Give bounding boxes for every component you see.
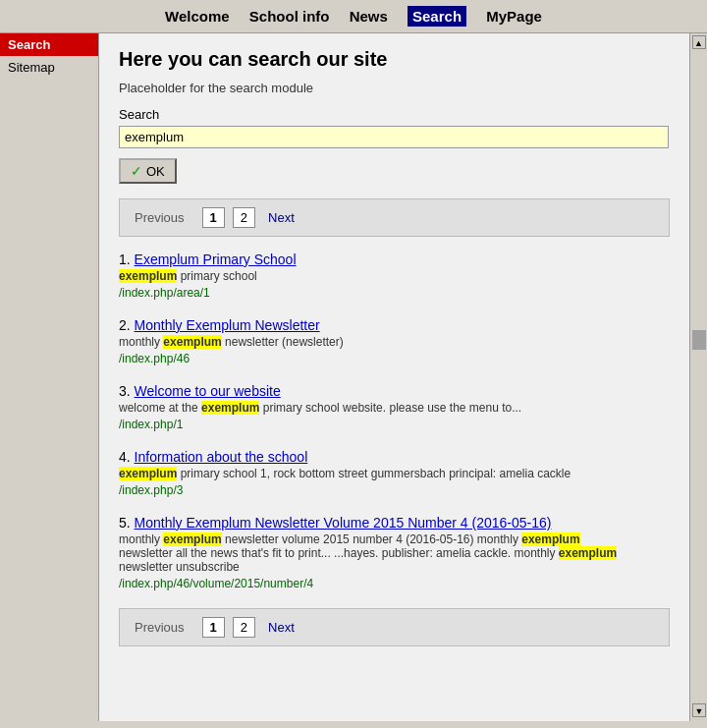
scrollbar[interactable]: ▲ ▼ (689, 33, 707, 721)
page-title: Here you can search our site (119, 48, 670, 71)
scroll-thumb[interactable] (692, 330, 706, 350)
result-url-1[interactable]: /index.php/area/1 (119, 286, 210, 300)
result-number-4: 4. (119, 449, 135, 465)
nav-mypage[interactable]: MyPage (486, 8, 542, 25)
result-title-4[interactable]: Information about the school (135, 449, 308, 465)
page-1-bottom[interactable]: 1 (202, 617, 225, 638)
page-1-top[interactable]: 1 (202, 207, 225, 228)
previous-label-bottom: Previous (135, 620, 185, 635)
result-number-2: 2. (119, 317, 135, 333)
top-nav: Welcome School info News Search MyPage (0, 0, 707, 33)
checkmark-icon: ✓ (131, 163, 142, 179)
result-item-4: 4. Information about the school exemplum… (119, 449, 670, 497)
search-results: 1. Exemplum Primary School exemplum prim… (119, 252, 670, 590)
result-number-5: 5. (119, 515, 135, 531)
nav-welcome[interactable]: Welcome (165, 8, 230, 25)
sidebar-item-sitemap[interactable]: Sitemap (0, 56, 98, 79)
previous-label-top: Previous (135, 210, 185, 225)
pagination-bottom: Previous 1 2 Next (119, 608, 670, 646)
nav-search[interactable]: Search (408, 6, 466, 27)
result-url-3[interactable]: /index.php/1 (119, 418, 183, 431)
page-2-top[interactable]: 2 (233, 207, 255, 228)
pagination-top: Previous 1 2 Next (119, 198, 670, 237)
main-content: Here you can search our site Placeholder… (98, 33, 689, 721)
next-link-bottom[interactable]: Next (268, 620, 295, 635)
result-url-5[interactable]: /index.php/46/volume/2015/number/4 (119, 577, 313, 590)
placeholder-text: Placeholder for the search module (119, 81, 670, 95)
result-title-5[interactable]: Monthly Exemplum Newsletter Volume 2015 … (135, 515, 552, 531)
result-item-2: 2. Monthly Exemplum Newsletter monthly e… (119, 317, 670, 365)
sidebar: Search Sitemap (0, 33, 98, 721)
nav-news[interactable]: News (350, 8, 388, 25)
scroll-up-arrow[interactable]: ▲ (692, 35, 706, 49)
result-snippet-4: exemplum primary school 1, rock bottom s… (119, 467, 670, 480)
result-snippet-2: monthly exemplum newsletter (newsletter) (119, 335, 670, 349)
result-number-3: 3. (119, 383, 135, 399)
search-input[interactable] (119, 126, 669, 148)
result-title-2[interactable]: Monthly Exemplum Newsletter (135, 317, 320, 333)
result-item-1: 1. Exemplum Primary School exemplum prim… (119, 252, 670, 300)
result-url-2[interactable]: /index.php/46 (119, 352, 190, 365)
scroll-down-arrow[interactable]: ▼ (692, 703, 706, 717)
page-2-bottom[interactable]: 2 (233, 617, 255, 638)
next-link-top[interactable]: Next (268, 210, 295, 225)
result-snippet-5: monthly exemplum newsletter volume 2015 … (119, 532, 670, 574)
nav-school-info[interactable]: School info (249, 8, 330, 25)
result-item-3: 3. Welcome to our website welcome at the… (119, 383, 670, 431)
ok-button[interactable]: ✓ OK (119, 158, 177, 184)
result-number-1: 1. (119, 252, 135, 267)
result-url-4[interactable]: /index.php/3 (119, 483, 183, 497)
result-snippet-3: welcome at the exemplum primary school w… (119, 401, 670, 415)
result-snippet-1: exemplum primary school (119, 269, 670, 283)
result-title-3[interactable]: Welcome to our website (135, 383, 281, 399)
search-label: Search (119, 107, 670, 122)
sidebar-item-search[interactable]: Search (0, 33, 98, 56)
result-title-1[interactable]: Exemplum Primary School (135, 252, 297, 267)
result-item-5: 5. Monthly Exemplum Newsletter Volume 20… (119, 515, 670, 590)
